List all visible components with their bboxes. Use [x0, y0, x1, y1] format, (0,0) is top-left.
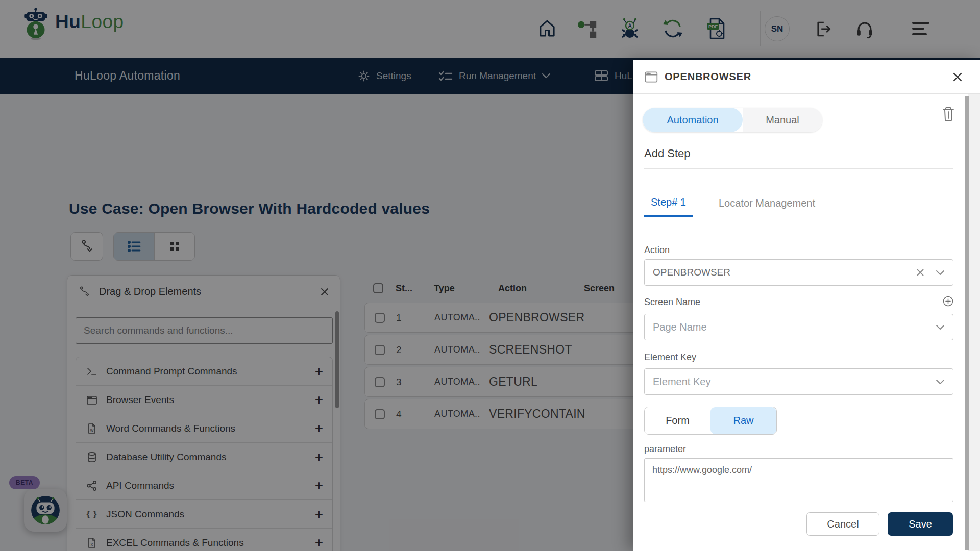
drawer-scrollbar-thumb[interactable] — [965, 96, 969, 550]
screen-name-placeholder: Page Name — [653, 321, 707, 333]
cancel-button[interactable]: Cancel — [806, 512, 879, 536]
drawer-scrollbar-track[interactable] — [968, 94, 980, 551]
action-value: OPENBROWSER — [653, 267, 730, 278]
toggle-form[interactable]: Form — [645, 407, 710, 434]
element-key-placeholder: Element Key — [653, 376, 710, 388]
element-key-label: Element Key — [644, 352, 696, 363]
form-raw-toggle: Form Raw — [644, 407, 777, 435]
screen-name-select[interactable]: Page Name — [644, 314, 953, 340]
divider — [644, 168, 953, 169]
chevron-down-icon — [936, 379, 945, 385]
trash-icon[interactable] — [941, 106, 955, 122]
drawer-header: OPENBROWSER — [633, 60, 980, 94]
action-combobox[interactable]: OPENBROWSER — [644, 259, 953, 286]
close-icon[interactable] — [951, 71, 964, 83]
element-key-select[interactable]: Element Key — [644, 368, 953, 395]
action-label: Action — [644, 245, 670, 256]
app-root: HuLoop A — [0, 0, 980, 551]
chevron-down-icon — [936, 270, 945, 276]
toggle-raw[interactable]: Raw — [710, 407, 776, 434]
chevron-down-icon — [936, 324, 945, 330]
screen-name-label: Screen Name — [644, 297, 700, 308]
browser-window-icon — [644, 70, 658, 84]
parameter-textarea[interactable]: https://www.google.com/ — [644, 458, 953, 502]
tab-locator-management[interactable]: Locator Management — [712, 189, 822, 217]
step-tabs: Step# 1 Locator Management — [644, 189, 953, 217]
tab-automation[interactable]: Automation — [643, 108, 743, 132]
step-drawer: OPENBROWSER Automation Manual Add Step — [633, 60, 980, 551]
tab-manual[interactable]: Manual — [743, 108, 822, 132]
drawer-title: OPENBROWSER — [665, 71, 751, 83]
drawer-body: Automation Manual Add Step Step# 1 Locat… — [644, 94, 953, 551]
save-button[interactable]: Save — [888, 512, 953, 536]
section-title-add-step: Add Step — [644, 147, 691, 160]
tab-step-1[interactable]: Step# 1 — [644, 189, 693, 217]
parameter-label: parameter — [644, 444, 686, 455]
clear-icon[interactable] — [916, 268, 924, 277]
add-screen-icon[interactable] — [943, 296, 953, 307]
mode-tabs: Automation Manual — [643, 108, 822, 132]
